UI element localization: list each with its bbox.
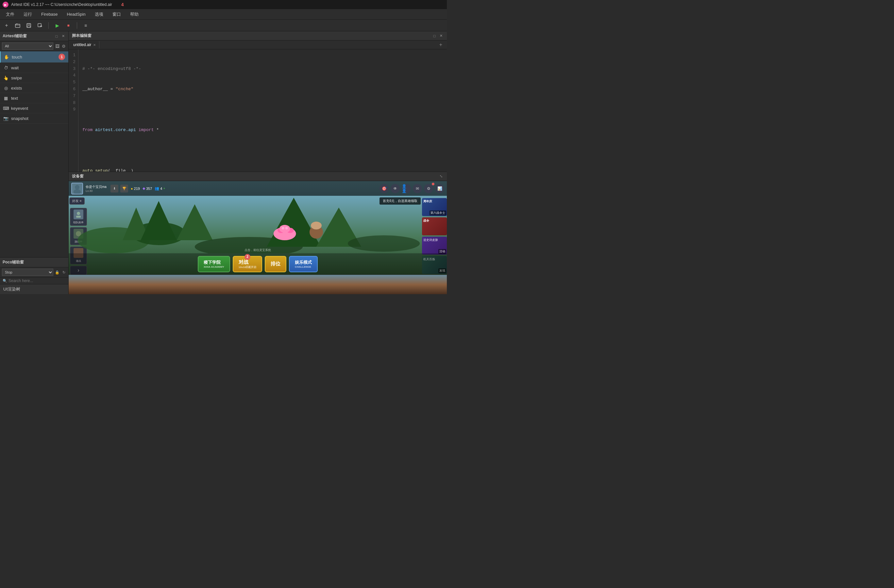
api-filter-select[interactable]: All [2,42,53,50]
stop-button[interactable]: ■ [64,21,72,29]
main-layout: Airtest辅助窗 □ ✕ All 🖼 ⚙ ✋ touch 1 [0,32,447,294]
hud-stat-coins: ● 219 [131,187,140,190]
api-item-text[interactable]: ▦ text [0,93,68,103]
toolbar-separator-2 [77,22,77,29]
menu-headspin[interactable]: HeadSpin [62,11,90,18]
poco-filter-row: Stop 🔒 ↻ [0,268,68,278]
new-button[interactable]: + [3,21,11,29]
tab-close-icon[interactable]: ✕ [93,43,96,47]
target-icon[interactable]: 🎯 [379,184,389,193]
code-line-3 [82,106,443,113]
game-hud-bottom: 稷下学院 XIXIA ACADEMY 2 对战 10v10匹配开启 [69,253,447,275]
right-card-anniversary[interactable]: 周年庆 第六战令士 [422,198,447,216]
svg-point-6 [75,185,79,190]
achievement-icon[interactable]: 🏆 [120,185,128,192]
menu-firebase[interactable]: Firebase [36,11,62,18]
poco-filter-select[interactable]: Stop [2,269,53,276]
mail-icon[interactable]: ✉ [413,184,422,193]
menu-window[interactable]: 窗口 [108,10,125,19]
editor-title: 脚本编辑窗 [72,33,92,39]
hud-right-icons: 🎯 👁 👤👤 ✉ ⚙ 📊 [379,184,444,193]
battle-button[interactable]: 2 对战 10v10匹配开启 [233,256,262,272]
ui-render-tree[interactable]: UI渲染树 [0,284,68,294]
code-line-2: __author__ = "cnche" [82,86,443,93]
right-side: 脚本编辑窗 □ ✕ untitled.air ✕ + 1 2 3 4 [69,32,447,294]
stats-icon[interactable]: 📊 [435,184,444,193]
step-number-4: 4 [121,2,124,7]
in-game-button[interactable]: 游戏中 [70,227,87,245]
svg-point-28 [285,227,288,230]
code-line-4: from airtest.core.api import * [82,127,443,134]
code-line-6: auto_setup(__file__) [82,168,443,172]
poco-refresh-icon[interactable]: ↻ [61,270,66,275]
download-icon[interactable]: ⬇ [110,185,118,192]
menu-file[interactable]: 文件 [1,10,19,19]
menu-options[interactable]: 选项 [90,10,108,19]
text-icon: ▦ [3,95,9,101]
editor-close-icon[interactable]: ✕ [438,33,444,39]
hud-icons: ⬇ 🏆 [110,185,128,192]
editor-tabs: untitled.air ✕ + [69,41,447,49]
api-touch-label: touch [12,54,22,59]
player-info: 你是个宝贝ma Lv.30 [86,185,107,192]
svg-point-29 [310,225,323,239]
panel-header-icons: □ ✕ [54,34,66,39]
code-area[interactable]: 1 2 3 4 5 6 7 8 9 # -*- encoding=utf8 -*… [69,49,447,172]
svg-point-15 [132,222,186,245]
right-card-battle-pass[interactable]: 战令 [422,218,447,235]
filter-image-icon[interactable]: 🖼 [54,44,60,49]
right-card-skin[interactable]: 送史诗皮肤 活动 [422,237,447,255]
script-editor: 脚本编辑窗 □ ✕ untitled.air ✕ + 1 2 3 4 [69,32,447,172]
wait-icon: ⏱ [3,65,9,70]
poco-helper-panel: Poco辅助窗 Stop 🔒 ↻ 🔍 UI渲染树 [0,257,68,294]
svg-marker-18 [177,204,213,240]
api-item-touch[interactable]: ✋ touch 1 [0,51,68,63]
api-wait-label: wait [11,65,19,70]
hud-stat-friends: 👥 4 + [155,186,165,190]
menu-run[interactable]: 运行 [19,10,36,19]
panel-close-icon[interactable]: ✕ [60,34,66,39]
api-item-wait[interactable]: ⏱ wait [0,63,68,73]
svg-marker-20 [267,198,321,247]
svg-point-25 [287,228,294,233]
svg-point-24 [278,228,285,233]
poco-search-input[interactable] [9,278,66,283]
svg-point-14 [78,227,150,253]
notification-banner: 首充6元，自选英雄领取 [379,197,421,205]
exists-icon: ◎ [3,85,9,91]
left-side-panel: 组队副本 游戏中 邀战 › [69,197,88,248]
team-dungeon-button[interactable]: 组队副本 [70,208,87,226]
rank-button[interactable]: 排位 [265,256,286,272]
code-content[interactable]: # -*- encoding=utf8 -*- __author__ = "cn… [79,49,447,172]
run-button[interactable]: ▶ [53,21,61,29]
log-button[interactable]: ≡ [82,21,89,29]
player-name: 你是个宝贝ma [86,185,107,189]
menu-help[interactable]: 帮助 [125,10,143,19]
api-item-keyevent[interactable]: ⌨ keyevent [0,103,68,113]
api-item-exists[interactable]: ◎ exists [0,83,68,93]
device-expand-icon[interactable]: ⤡ [438,174,444,179]
svg-marker-21 [316,207,361,247]
save-button[interactable] [25,21,33,29]
editor-expand-icon[interactable]: □ [432,33,437,39]
academy-button[interactable]: 稷下学院 XIXIA ACADEMY [198,256,230,272]
add-tab-button[interactable]: + [436,41,445,49]
friends-icon[interactable]: 👤👤 [402,184,411,193]
editor-tab-untitled[interactable]: untitled.air ✕ [70,41,100,48]
code-line-1: # -*- encoding=utf8 -*- [82,66,443,73]
bottom-caption: 点击，前往灵宝系统 [245,248,271,252]
api-item-snapshot[interactable]: 📷 snapshot [0,113,68,124]
airtest-helper-panel: Airtest辅助窗 □ ✕ All 🖼 ⚙ ✋ touch 1 [0,32,68,257]
open-button[interactable] [14,21,21,29]
save-as-button[interactable] [36,21,44,29]
app-title: Airtest IDE v1.2.17 ~~ C:\Users\cnche\De… [11,2,112,7]
eye-icon[interactable]: 👁 [391,184,400,193]
settings-icon[interactable]: ⚙ [424,184,433,193]
api-item-swipe[interactable]: 👆 swipe [0,73,68,83]
game-screen: 你是个宝贝ma Lv.30 ⬇ 🏆 ● 219 ◆ [69,181,447,275]
entertainment-button[interactable]: 娱乐模式 CHALLENGE [289,256,318,272]
step-number-1: 1 [59,54,65,60]
filter-settings-icon[interactable]: ⚙ [61,44,66,49]
panel-expand-icon[interactable]: □ [54,34,59,39]
poco-lock-icon[interactable]: 🔒 [54,270,60,275]
